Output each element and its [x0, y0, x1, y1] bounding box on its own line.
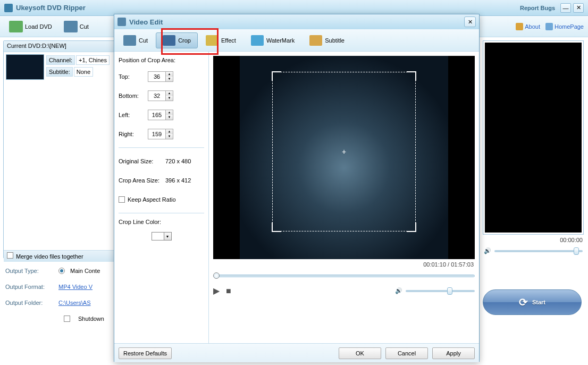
channel-label: Channel:: [46, 55, 75, 65]
crop-size-value: 396 x 412: [165, 177, 191, 184]
tab-crop[interactable]: Crop: [156, 32, 198, 48]
crop-color-dropdown[interactable]: ▼: [164, 232, 172, 240]
dialog-title: Video Edit: [129, 18, 163, 26]
dvd-thumbnail: [6, 54, 44, 80]
bottom-label: Bottom:: [119, 93, 148, 99]
volume-slider[interactable]: [494, 250, 583, 252]
output-type-radio[interactable]: [58, 268, 65, 274]
star-icon: [516, 23, 523, 30]
top-label: Top:: [119, 73, 148, 80]
right-spinner[interactable]: 159▲▼: [148, 129, 173, 139]
load-dvd-button[interactable]: Load DVD: [4, 18, 57, 35]
output-type-label: Output Type:: [5, 268, 53, 274]
stop-button[interactable]: ■: [226, 286, 231, 296]
refresh-icon: ⟳: [519, 296, 528, 309]
start-button[interactable]: ⟳Start: [483, 289, 582, 315]
output-format-select[interactable]: MP4 Video V: [58, 284, 93, 290]
home-icon: [545, 23, 553, 30]
tab-effect[interactable]: Effect: [199, 32, 243, 48]
preview-panel: [483, 40, 584, 235]
subtitle-icon: [309, 35, 322, 46]
video-edit-dialog: Video Edit ✕ Cut Crop Effect WaterMark S…: [114, 14, 480, 362]
homepage-link[interactable]: HomePage: [545, 23, 584, 30]
edit-time: 00:01:10 / 01:57:03: [213, 259, 475, 270]
close-button[interactable]: ✕: [573, 3, 584, 13]
original-size-label: Original Size:: [119, 158, 165, 164]
preview-video: [485, 43, 582, 233]
app-title: Ukeysoft DVD Ripper: [16, 4, 86, 12]
restore-defaults-button[interactable]: Restore Defaults: [119, 347, 172, 359]
output-format-label: Output Format:: [5, 284, 53, 290]
tab-watermark[interactable]: WaterMark: [244, 32, 301, 48]
output-folder-field[interactable]: C:\Users\AS: [58, 300, 91, 306]
ok-button[interactable]: OK: [339, 347, 381, 359]
position-heading: Position of Crop Area:: [119, 57, 204, 63]
crop-rectangle[interactable]: +: [272, 72, 416, 231]
edit-volume-slider[interactable]: [406, 290, 475, 292]
report-bugs-link[interactable]: Report Bugs: [520, 5, 555, 11]
crop-handle-tr[interactable]: [407, 71, 416, 81]
crop-color-label: Crop Line Color:: [119, 219, 204, 225]
keep-aspect-checkbox[interactable]: [119, 196, 125, 203]
watermark-icon: [251, 35, 264, 46]
crop-size-label: Crop Area Size:: [119, 177, 165, 184]
output-folder-label: Output Folder:: [5, 300, 53, 306]
apply-button[interactable]: Apply: [432, 347, 475, 359]
subtitle-label: Subtitle:: [46, 67, 73, 77]
merge-checkbox[interactable]: [7, 252, 13, 259]
speaker-icon[interactable]: 🔊: [395, 287, 402, 294]
crop-handle-br[interactable]: [407, 222, 416, 232]
minimize-button[interactable]: —: [560, 3, 571, 13]
preview-time: 00:00:00: [483, 235, 584, 245]
dialog-close-button[interactable]: ✕: [464, 16, 476, 27]
channel-select[interactable]: +1, Chines: [76, 55, 110, 65]
cut-button[interactable]: Cut: [59, 18, 94, 35]
seek-slider[interactable]: [213, 272, 475, 280]
edit-tabs: Cut Crop Effect WaterMark Subtitle: [114, 29, 479, 52]
film-cut-icon: [64, 21, 78, 32]
speaker-icon[interactable]: 🔊: [484, 247, 491, 254]
play-button[interactable]: ▶: [213, 286, 220, 296]
tab-cut[interactable]: Cut: [116, 32, 155, 48]
cut-icon: [123, 35, 136, 46]
dvd-icon: [9, 21, 23, 32]
crop-settings-panel: Position of Crop Area: Top:36▲▼ Bottom:3…: [114, 52, 209, 343]
left-spinner[interactable]: 165▲▼: [148, 110, 173, 120]
crop-preview[interactable]: +: [213, 56, 475, 259]
bottom-spinner[interactable]: 32▲▼: [148, 90, 173, 101]
dialog-titlebar: Video Edit ✕: [114, 14, 479, 29]
top-spinner[interactable]: 36▲▼: [148, 71, 173, 82]
subtitle-select[interactable]: None: [74, 67, 93, 77]
right-label: Right:: [119, 131, 148, 137]
crop-handle-tl[interactable]: [272, 71, 281, 81]
original-size-value: 720 x 480: [165, 158, 191, 164]
crop-color-swatch[interactable]: [152, 232, 164, 240]
app-logo-icon: [4, 4, 13, 12]
film-icon: [117, 18, 126, 26]
about-link[interactable]: About: [516, 23, 540, 30]
shutdown-checkbox[interactable]: [64, 316, 70, 322]
tab-subtitle[interactable]: Subtitle: [303, 32, 351, 48]
crop-icon: [163, 35, 175, 46]
crop-handle-bl[interactable]: [272, 222, 281, 232]
left-label: Left:: [119, 112, 148, 118]
cancel-button[interactable]: Cancel: [385, 347, 428, 359]
crop-center-cross: +: [342, 147, 346, 156]
effect-icon: [206, 35, 219, 46]
